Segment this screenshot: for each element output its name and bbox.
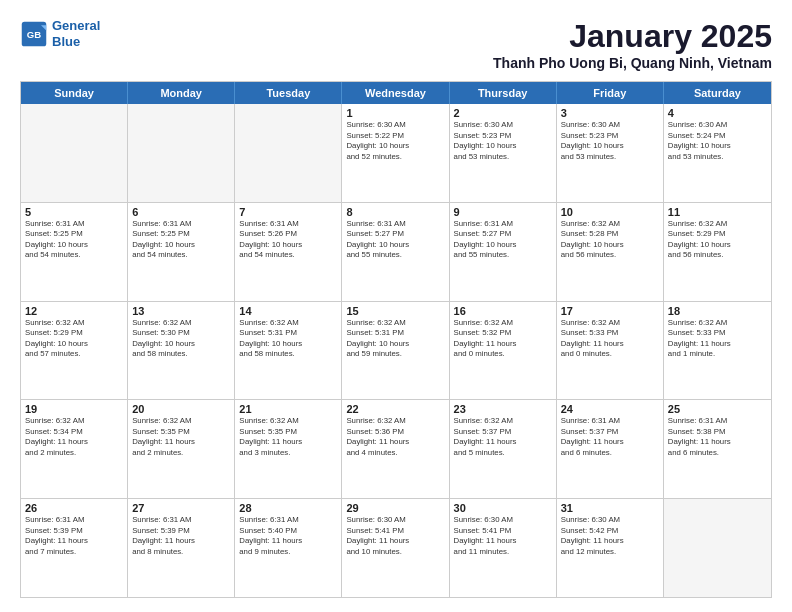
day-number: 17 <box>561 305 659 317</box>
day-info: Sunrise: 6:31 AM Sunset: 5:38 PM Dayligh… <box>668 416 767 458</box>
day-info: Sunrise: 6:32 AM Sunset: 5:36 PM Dayligh… <box>346 416 444 458</box>
calendar-cell: 2Sunrise: 6:30 AM Sunset: 5:23 PM Daylig… <box>450 104 557 202</box>
calendar-row-4: 26Sunrise: 6:31 AM Sunset: 5:39 PM Dayli… <box>21 499 771 597</box>
day-number: 6 <box>132 206 230 218</box>
calendar-cell: 6Sunrise: 6:31 AM Sunset: 5:25 PM Daylig… <box>128 203 235 301</box>
calendar-cell: 18Sunrise: 6:32 AM Sunset: 5:33 PM Dayli… <box>664 302 771 400</box>
calendar-cell <box>128 104 235 202</box>
day-info: Sunrise: 6:31 AM Sunset: 5:26 PM Dayligh… <box>239 219 337 261</box>
day-number: 1 <box>346 107 444 119</box>
day-number: 12 <box>25 305 123 317</box>
calendar-cell: 19Sunrise: 6:32 AM Sunset: 5:34 PM Dayli… <box>21 400 128 498</box>
calendar-cell: 15Sunrise: 6:32 AM Sunset: 5:31 PM Dayli… <box>342 302 449 400</box>
calendar-cell: 5Sunrise: 6:31 AM Sunset: 5:25 PM Daylig… <box>21 203 128 301</box>
day-info: Sunrise: 6:32 AM Sunset: 5:34 PM Dayligh… <box>25 416 123 458</box>
day-info: Sunrise: 6:30 AM Sunset: 5:23 PM Dayligh… <box>454 120 552 162</box>
title-block: January 2025 Thanh Pho Uong Bi, Quang Ni… <box>493 18 772 71</box>
day-number: 23 <box>454 403 552 415</box>
calendar-row-3: 19Sunrise: 6:32 AM Sunset: 5:34 PM Dayli… <box>21 400 771 499</box>
calendar-cell: 4Sunrise: 6:30 AM Sunset: 5:24 PM Daylig… <box>664 104 771 202</box>
day-info: Sunrise: 6:32 AM Sunset: 5:37 PM Dayligh… <box>454 416 552 458</box>
calendar-cell: 21Sunrise: 6:32 AM Sunset: 5:35 PM Dayli… <box>235 400 342 498</box>
day-number: 18 <box>668 305 767 317</box>
day-number: 25 <box>668 403 767 415</box>
day-number: 10 <box>561 206 659 218</box>
day-info: Sunrise: 6:30 AM Sunset: 5:41 PM Dayligh… <box>346 515 444 557</box>
day-info: Sunrise: 6:31 AM Sunset: 5:25 PM Dayligh… <box>132 219 230 261</box>
day-number: 7 <box>239 206 337 218</box>
header-cell-sunday: Sunday <box>21 82 128 104</box>
day-number: 15 <box>346 305 444 317</box>
day-info: Sunrise: 6:31 AM Sunset: 5:27 PM Dayligh… <box>454 219 552 261</box>
day-info: Sunrise: 6:30 AM Sunset: 5:23 PM Dayligh… <box>561 120 659 162</box>
day-info: Sunrise: 6:30 AM Sunset: 5:24 PM Dayligh… <box>668 120 767 162</box>
calendar-cell: 28Sunrise: 6:31 AM Sunset: 5:40 PM Dayli… <box>235 499 342 597</box>
header-cell-saturday: Saturday <box>664 82 771 104</box>
day-info: Sunrise: 6:31 AM Sunset: 5:37 PM Dayligh… <box>561 416 659 458</box>
month-title: January 2025 <box>493 18 772 55</box>
day-info: Sunrise: 6:30 AM Sunset: 5:22 PM Dayligh… <box>346 120 444 162</box>
calendar-body: 1Sunrise: 6:30 AM Sunset: 5:22 PM Daylig… <box>21 104 771 597</box>
calendar-cell: 24Sunrise: 6:31 AM Sunset: 5:37 PM Dayli… <box>557 400 664 498</box>
header-cell-friday: Friday <box>557 82 664 104</box>
day-number: 2 <box>454 107 552 119</box>
day-info: Sunrise: 6:31 AM Sunset: 5:40 PM Dayligh… <box>239 515 337 557</box>
calendar-cell: 29Sunrise: 6:30 AM Sunset: 5:41 PM Dayli… <box>342 499 449 597</box>
header: GB General Blue January 2025 Thanh Pho U… <box>20 18 772 71</box>
day-info: Sunrise: 6:31 AM Sunset: 5:27 PM Dayligh… <box>346 219 444 261</box>
calendar-cell: 31Sunrise: 6:30 AM Sunset: 5:42 PM Dayli… <box>557 499 664 597</box>
calendar: SundayMondayTuesdayWednesdayThursdayFrid… <box>20 81 772 598</box>
calendar-cell: 25Sunrise: 6:31 AM Sunset: 5:38 PM Dayli… <box>664 400 771 498</box>
day-info: Sunrise: 6:30 AM Sunset: 5:42 PM Dayligh… <box>561 515 659 557</box>
header-cell-thursday: Thursday <box>450 82 557 104</box>
day-number: 16 <box>454 305 552 317</box>
calendar-cell <box>664 499 771 597</box>
page: GB General Blue January 2025 Thanh Pho U… <box>0 0 792 612</box>
day-info: Sunrise: 6:30 AM Sunset: 5:41 PM Dayligh… <box>454 515 552 557</box>
calendar-cell: 27Sunrise: 6:31 AM Sunset: 5:39 PM Dayli… <box>128 499 235 597</box>
calendar-cell: 11Sunrise: 6:32 AM Sunset: 5:29 PM Dayli… <box>664 203 771 301</box>
day-info: Sunrise: 6:32 AM Sunset: 5:30 PM Dayligh… <box>132 318 230 360</box>
logo: GB General Blue <box>20 18 100 49</box>
calendar-cell: 14Sunrise: 6:32 AM Sunset: 5:31 PM Dayli… <box>235 302 342 400</box>
location-title: Thanh Pho Uong Bi, Quang Ninh, Vietnam <box>493 55 772 71</box>
day-number: 31 <box>561 502 659 514</box>
day-number: 14 <box>239 305 337 317</box>
calendar-cell <box>21 104 128 202</box>
day-number: 4 <box>668 107 767 119</box>
calendar-cell: 26Sunrise: 6:31 AM Sunset: 5:39 PM Dayli… <box>21 499 128 597</box>
calendar-cell: 9Sunrise: 6:31 AM Sunset: 5:27 PM Daylig… <box>450 203 557 301</box>
day-info: Sunrise: 6:31 AM Sunset: 5:39 PM Dayligh… <box>132 515 230 557</box>
day-number: 20 <box>132 403 230 415</box>
calendar-cell: 12Sunrise: 6:32 AM Sunset: 5:29 PM Dayli… <box>21 302 128 400</box>
day-number: 13 <box>132 305 230 317</box>
calendar-cell <box>235 104 342 202</box>
day-number: 22 <box>346 403 444 415</box>
header-cell-tuesday: Tuesday <box>235 82 342 104</box>
day-info: Sunrise: 6:32 AM Sunset: 5:32 PM Dayligh… <box>454 318 552 360</box>
calendar-cell: 23Sunrise: 6:32 AM Sunset: 5:37 PM Dayli… <box>450 400 557 498</box>
day-info: Sunrise: 6:32 AM Sunset: 5:35 PM Dayligh… <box>239 416 337 458</box>
day-info: Sunrise: 6:32 AM Sunset: 5:31 PM Dayligh… <box>239 318 337 360</box>
day-number: 8 <box>346 206 444 218</box>
day-number: 24 <box>561 403 659 415</box>
calendar-row-1: 5Sunrise: 6:31 AM Sunset: 5:25 PM Daylig… <box>21 203 771 302</box>
day-number: 5 <box>25 206 123 218</box>
day-info: Sunrise: 6:31 AM Sunset: 5:25 PM Dayligh… <box>25 219 123 261</box>
logo-text: General Blue <box>52 18 100 49</box>
calendar-cell: 20Sunrise: 6:32 AM Sunset: 5:35 PM Dayli… <box>128 400 235 498</box>
calendar-cell: 17Sunrise: 6:32 AM Sunset: 5:33 PM Dayli… <box>557 302 664 400</box>
calendar-row-2: 12Sunrise: 6:32 AM Sunset: 5:29 PM Dayli… <box>21 302 771 401</box>
calendar-cell: 7Sunrise: 6:31 AM Sunset: 5:26 PM Daylig… <box>235 203 342 301</box>
day-number: 30 <box>454 502 552 514</box>
day-number: 26 <box>25 502 123 514</box>
day-info: Sunrise: 6:32 AM Sunset: 5:35 PM Dayligh… <box>132 416 230 458</box>
calendar-header: SundayMondayTuesdayWednesdayThursdayFrid… <box>21 82 771 104</box>
day-number: 28 <box>239 502 337 514</box>
logo-line1: General <box>52 18 100 34</box>
day-info: Sunrise: 6:32 AM Sunset: 5:33 PM Dayligh… <box>668 318 767 360</box>
day-info: Sunrise: 6:32 AM Sunset: 5:29 PM Dayligh… <box>668 219 767 261</box>
day-number: 9 <box>454 206 552 218</box>
day-number: 19 <box>25 403 123 415</box>
calendar-cell: 10Sunrise: 6:32 AM Sunset: 5:28 PM Dayli… <box>557 203 664 301</box>
